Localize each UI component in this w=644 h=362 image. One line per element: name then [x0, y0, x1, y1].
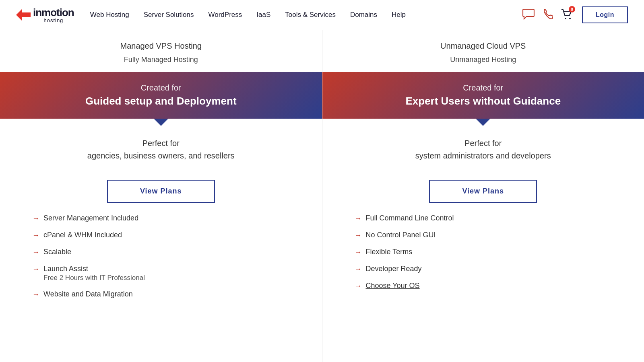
feature-label: cPanel & WHM Included [43, 231, 122, 239]
svg-point-1 [565, 18, 566, 19]
arrow-icon: → [32, 248, 39, 257]
managed-created-for: Created for [16, 83, 306, 93]
arrow-icon: → [32, 214, 39, 223]
arrow-icon: → [355, 214, 362, 223]
list-item: → No Control Panel GUI [355, 231, 612, 240]
arrow-icon: → [32, 290, 39, 299]
managed-banner: Created for Guided setup and Deployment [0, 72, 322, 119]
managed-banner-tagline: Guided setup and Deployment [16, 95, 306, 107]
arrow-icon: → [355, 248, 362, 257]
list-item: → Server Management Included [32, 214, 290, 223]
svg-marker-0 [16, 9, 31, 21]
unmanaged-perfect-for-desc: system administrators and developers [415, 151, 551, 160]
list-item: → Scalable [32, 248, 290, 257]
list-item: → Full Command Line Control [355, 214, 612, 223]
feature-label: Flexible Terms [366, 248, 413, 256]
cart-button[interactable]: 0 [561, 8, 572, 21]
inmotion-logo-icon [16, 8, 31, 22]
managed-view-plans-button[interactable]: View Plans [107, 180, 215, 203]
nav-icons: 0 [522, 8, 572, 21]
feature-label: Launch Assist [43, 265, 145, 273]
chat-button[interactable] [522, 8, 535, 21]
main-content: Managed VPS Hosting Fully Managed Hostin… [0, 30, 644, 362]
feature-label: Scalable [43, 248, 71, 256]
cart-count: 0 [569, 6, 575, 12]
chat-icon [522, 8, 535, 20]
nav-links: Web Hosting Server Solutions WordPress I… [90, 11, 522, 19]
nav-wordpress[interactable]: WordPress [208, 11, 242, 19]
choose-os-link[interactable]: Choose Your OS [366, 282, 420, 290]
svg-point-2 [569, 18, 571, 19]
managed-column-top: Managed VPS Hosting Fully Managed Hostin… [0, 30, 322, 72]
list-item: → Flexible Terms [355, 248, 612, 257]
managed-column: Managed VPS Hosting Fully Managed Hostin… [0, 30, 322, 362]
list-item: → Launch Assist Free 2 Hours with IT Pro… [32, 265, 290, 282]
unmanaged-view-plans-button[interactable]: View Plans [429, 180, 537, 203]
unmanaged-perfect-for-section: Perfect for system administrators and de… [383, 119, 583, 169]
list-item: → Choose Your OS [355, 282, 612, 290]
managed-features-list: → Server Management Included → cPanel & … [0, 210, 322, 319]
nav-server-solutions[interactable]: Server Solutions [144, 11, 194, 19]
unmanaged-hosting-type: Unmanaged Cloud VPS [347, 41, 620, 51]
phone-button[interactable] [543, 8, 553, 21]
arrow-icon: → [355, 265, 362, 274]
list-item: → Website and Data Migration [32, 290, 290, 299]
feature-label: Server Management Included [43, 214, 138, 222]
unmanaged-column-top: Unmanaged Cloud VPS Unmanaged Hosting [322, 30, 644, 72]
unmanaged-banner-tagline: Expert Users without Guidance [339, 95, 628, 107]
list-item: → Developer Ready [355, 265, 612, 274]
logo-hosting-text: hosting [33, 18, 74, 23]
logo-inmotion-text: inmotion [33, 7, 74, 18]
arrow-icon: → [355, 231, 362, 240]
nav-domains[interactable]: Domains [350, 11, 377, 19]
unmanaged-column: Unmanaged Cloud VPS Unmanaged Hosting Cr… [322, 30, 644, 362]
login-button[interactable]: Login [582, 6, 628, 23]
feature-label: Website and Data Migration [43, 290, 133, 298]
nav-web-hosting[interactable]: Web Hosting [90, 11, 129, 19]
unmanaged-created-for: Created for [339, 83, 628, 93]
logo[interactable]: inmotion hosting [16, 7, 74, 23]
unmanaged-banner: Created for Expert Users without Guidanc… [322, 72, 644, 119]
feature-sub-label: Free 2 Hours with IT Professional [43, 274, 145, 282]
managed-perfect-for-label: Perfect for [87, 139, 235, 148]
arrow-icon: → [32, 231, 39, 240]
managed-perfect-for-section: Perfect for agencies, business owners, a… [55, 119, 267, 169]
unmanaged-hosting-subtype: Unmanaged Hosting [347, 56, 620, 64]
nav-help[interactable]: Help [392, 11, 406, 19]
managed-hosting-subtype: Fully Managed Hosting [24, 56, 298, 64]
feature-label: No Control Panel GUI [366, 231, 436, 239]
managed-hosting-type: Managed VPS Hosting [24, 41, 298, 51]
managed-perfect-for-desc: agencies, business owners, and resellers [87, 151, 235, 160]
list-item: → cPanel & WHM Included [32, 231, 290, 240]
unmanaged-features-list: → Full Command Line Control → No Control… [322, 210, 644, 311]
arrow-icon: → [32, 265, 39, 274]
navbar: inmotion hosting Web Hosting Server Solu… [0, 0, 644, 30]
feature-label: Developer Ready [366, 265, 422, 273]
nav-tools-services[interactable]: Tools & Services [285, 11, 336, 19]
unmanaged-perfect-for-label: Perfect for [415, 139, 551, 148]
feature-label: Full Command Line Control [366, 214, 454, 222]
nav-iaas[interactable]: IaaS [256, 11, 270, 19]
phone-icon [543, 8, 553, 20]
arrow-icon: → [355, 282, 362, 290]
